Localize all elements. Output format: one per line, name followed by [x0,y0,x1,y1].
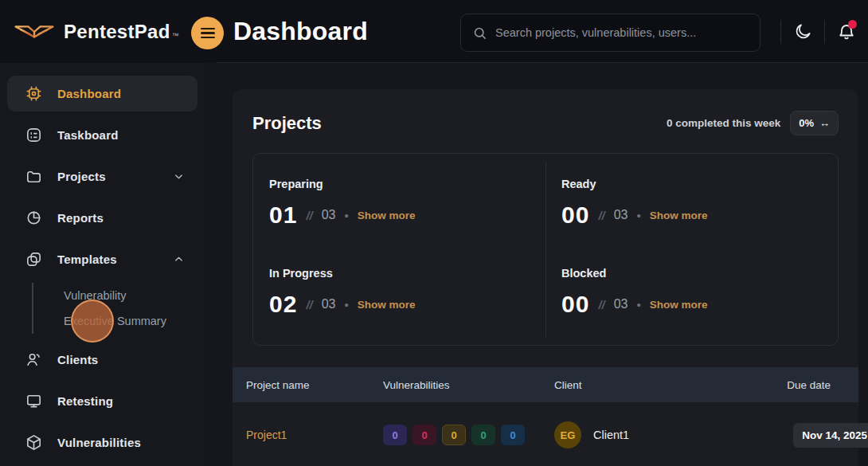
projects-card: Projects 0 completed this week 0% ↔ Prep… [233,89,858,466]
stat-label: Ready [561,178,820,190]
bullet-separator: • [637,298,641,311]
trend-percent: 0% [799,117,814,129]
col-header-due-date: Due date [731,379,858,391]
col-header-project-name: Project name [233,379,369,391]
brand-name: PentestPad [64,21,170,42]
stat-value: 01 [269,202,297,229]
project-status-summary: Preparing 01 // 03 • Show more Ready 00 … [252,153,839,346]
severity-badge-critical: 0 [383,425,407,445]
bullet-separator: • [345,298,349,311]
taskboard-icon [25,126,43,144]
theme-toggle-button[interactable] [781,13,824,51]
stat-separator: // [598,209,604,222]
global-search[interactable] [460,14,760,52]
sidebar-item-clients[interactable]: Clients [7,342,197,378]
stat-total: 03 [322,208,336,222]
projects-card-title: Projects [252,113,322,134]
search-input[interactable] [495,26,749,39]
sidebar-item-templates[interactable]: Templates [7,241,197,277]
submenu-item-vulnerability[interactable]: Vulnerability [64,283,205,308]
show-more-link[interactable]: Show more [358,210,416,221]
stat-total: 03 [322,297,336,311]
sidebar-item-label: Templates [57,253,117,266]
projects-table: Project name Vulnerabilities Client Due … [233,367,858,466]
stat-label: Blocked [561,267,820,280]
completed-this-week-text: 0 completed this week [667,117,780,129]
stat-value: 00 [561,202,589,229]
client-name: Client1 [593,429,629,441]
moon-icon [794,22,812,41]
sidebar-item-label: Reports [57,211,104,225]
page-title: Dashboard [233,17,368,46]
top-bar: PentestPad™ Dashboard [0,0,868,63]
sidebar-item-label: Clients [57,353,98,366]
brand-trademark: ™ [172,32,179,40]
due-date-badge: Nov 14, 2025 [793,423,868,448]
templates-submenu: Vulnerability Executive Summary [32,283,205,334]
sidebar-item-projects[interactable]: Projects [7,159,197,194]
vulnerability-badges: 0 0 0 0 0 [369,425,541,445]
project-link[interactable]: Project1 [233,429,369,441]
brand-logo[interactable]: PentestPad™ [0,20,205,44]
stat-value: 02 [269,291,297,318]
client-avatar: EG [554,421,581,448]
main-content: Projects 0 completed this week 0% ↔ Prep… [205,63,868,466]
severity-badge-info: 0 [501,425,525,445]
sidebar-item-label: Vulnerabilities [57,436,141,449]
projects-card-header: Projects 0 completed this week 0% ↔ [233,89,858,153]
severity-badge-high: 0 [412,425,436,445]
stat-preparing: Preparing 01 // 03 • Show more [253,160,545,249]
sidebar-item-label: Taskboard [57,128,119,142]
table-header-row: Project name Vulnerabilities Client Due … [233,367,858,402]
submenu-item-executive-summary[interactable]: Executive Summary [64,308,205,334]
folder-icon [25,167,43,186]
stat-total: 03 [614,208,628,222]
chip-icon [25,84,43,103]
templates-icon [25,250,43,268]
severity-badge-medium: 0 [442,425,466,445]
due-date-cell: Nov 14, 2025 [731,423,858,448]
sidebar-item-dashboard[interactable]: Dashboard [7,76,197,112]
chevron-down-icon [173,170,185,182]
notification-dot [848,20,857,29]
trend-badge: 0% ↔ [790,111,839,135]
col-header-vulnerabilities: Vulnerabilities [369,379,541,391]
bullet-separator: • [345,209,349,222]
client-cell: EG Client1 [541,421,731,448]
col-header-client: Client [541,379,731,391]
show-more-link[interactable]: Show more [650,299,708,311]
stat-separator: // [306,209,312,222]
stat-blocked: Blocked 00 // 03 • Show more [545,249,838,339]
submenu-item-label: Executive Summary [64,315,166,327]
left-right-arrow-icon: ↔ [819,117,830,129]
sidebar-item-label: Dashboard [57,87,121,100]
sidebar-item-taskboard[interactable]: Taskboard [7,117,197,153]
users-icon [25,350,43,369]
sidebar-item-retesting[interactable]: Retesting [7,383,197,419]
submenu-item-label: Vulnerability [64,289,126,302]
stat-separator: // [598,298,604,311]
search-icon [472,25,487,41]
cube-icon [25,433,43,452]
sidebar-item-label: Retesting [57,394,113,408]
stat-label: Preparing [269,178,528,190]
bullet-separator: • [637,209,641,222]
hamburger-icon [201,25,215,41]
stat-ready: Ready 00 // 03 • Show more [545,160,838,249]
chevron-up-icon [173,253,185,265]
stat-in-progress: In Progress 02 // 03 • Show more [253,249,545,339]
sidebar-nav: Dashboard Taskboard Projects [0,63,205,466]
stat-separator: // [306,298,312,311]
show-more-link[interactable]: Show more [358,299,416,311]
topbar-actions [780,0,868,63]
sidebar-item-reports[interactable]: Reports [7,200,197,236]
sidebar-item-label: Projects [57,170,106,183]
sidebar-toggle-button[interactable] [191,17,224,49]
monitor-icon [25,392,43,410]
notifications-button[interactable] [825,13,868,51]
sidebar-item-vulnerabilities[interactable]: Vulnerabilities [7,425,197,460]
stat-value: 00 [561,291,589,318]
severity-badge-low: 0 [471,425,495,445]
show-more-link[interactable]: Show more [650,210,708,221]
table-row: Project1 0 0 0 0 0 EG Client1 Nov 14, 20… [233,402,858,466]
